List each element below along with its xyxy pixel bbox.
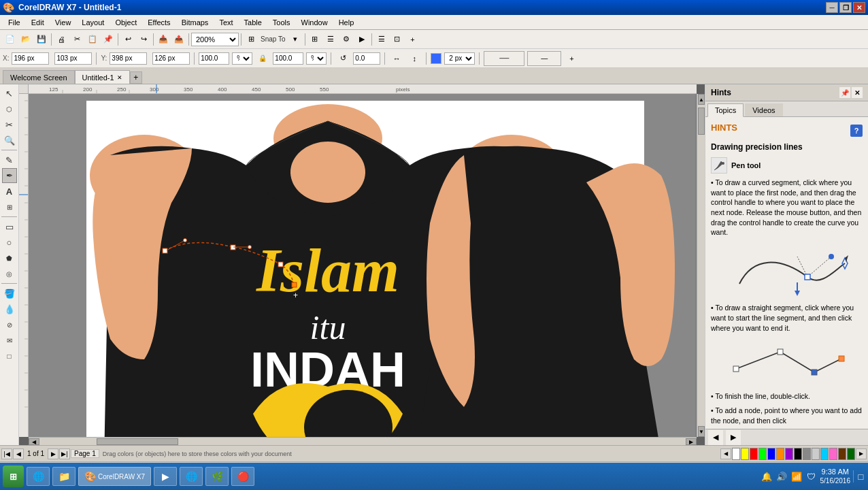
freehand-tool-btn[interactable]: ✎: [2, 152, 17, 167]
mirror-h-btn[interactable]: ↔: [389, 51, 404, 66]
canvas-content[interactable]: Islam itu INDAH: [29, 94, 697, 437]
swatch-pink[interactable]: [829, 448, 837, 460]
horizontal-scrollbar[interactable]: ◀ ▶: [29, 437, 697, 445]
menu-window[interactable]: Window: [296, 17, 333, 28]
system-clock[interactable]: 9:38 AM 5/16/2016: [820, 468, 851, 485]
menu-edit[interactable]: Edit: [26, 17, 50, 28]
mirror-v-btn[interactable]: ↕: [407, 51, 422, 66]
hints-info-btn[interactable]: ?: [850, 125, 863, 137]
spiral-tool-btn[interactable]: ◎: [2, 266, 17, 281]
swatch-green[interactable]: [758, 448, 767, 460]
tb-save[interactable]: 💾: [34, 32, 49, 47]
plus-btn[interactable]: +: [564, 51, 579, 66]
page-prev-btn[interactable]: ◀: [13, 448, 24, 459]
zoom-select[interactable]: 200% 100% 50%: [191, 33, 239, 46]
menu-view[interactable]: View: [50, 17, 77, 28]
swatch-orange[interactable]: [776, 448, 784, 460]
w-input[interactable]: [54, 52, 92, 65]
tb-import[interactable]: 📥: [156, 32, 171, 47]
swatch-yellow[interactable]: [741, 448, 749, 460]
tb-paste[interactable]: 📌: [101, 32, 116, 47]
text-tool-btn[interactable]: A: [2, 184, 17, 199]
minimize-button[interactable]: ─: [826, 2, 838, 13]
swatch-blue[interactable]: [767, 448, 775, 460]
tab-close-btn[interactable]: ✕: [117, 74, 122, 81]
shadow-tool-btn[interactable]: □: [2, 348, 17, 363]
swatch-lightgray[interactable]: [812, 448, 820, 460]
tab-videos[interactable]: Videos: [745, 103, 782, 116]
menu-file[interactable]: File: [3, 17, 26, 28]
taskbar-media[interactable]: ▶: [154, 467, 177, 486]
tb-misc4[interactable]: ▶: [354, 32, 369, 47]
table-tool-btn[interactable]: ⊞: [2, 199, 17, 214]
page-next-btn[interactable]: ▶: [48, 448, 59, 459]
menu-object[interactable]: Object: [110, 17, 142, 28]
arrow-select-btn[interactable]: —: [527, 51, 561, 66]
rotate-btn[interactable]: ↺: [335, 51, 350, 66]
vertical-scrollbar[interactable]: ▲ ▼: [697, 94, 705, 437]
tb-misc7[interactable]: +: [405, 32, 420, 47]
zoom-tool-btn[interactable]: 🔍: [2, 133, 17, 148]
vscroll-thumb[interactable]: [698, 108, 705, 135]
y-input[interactable]: [110, 52, 147, 65]
tb-undo[interactable]: ↩: [120, 32, 135, 47]
hscroll-right[interactable]: ▶: [686, 438, 697, 445]
show-desktop-btn[interactable]: □: [853, 470, 865, 483]
tb-print[interactable]: 🖨: [54, 32, 69, 47]
pen-tool-btn[interactable]: ✒: [2, 168, 17, 183]
tb-misc5[interactable]: ☰: [374, 32, 389, 47]
hints-pin-btn[interactable]: 📌: [839, 87, 850, 98]
palette-right-btn[interactable]: ▶: [856, 448, 867, 459]
start-button[interactable]: ⊞: [3, 466, 24, 487]
hints-back-btn[interactable]: ◀: [708, 430, 723, 445]
menu-table[interactable]: Table: [239, 17, 267, 28]
page-last-btn[interactable]: ▶|: [59, 448, 70, 459]
close-button[interactable]: ✕: [853, 2, 865, 13]
dash-select-btn[interactable]: ──: [484, 51, 524, 66]
pick-tool-btn[interactable]: ↖: [2, 86, 17, 101]
tab-topics[interactable]: Topics: [707, 103, 744, 117]
x-input[interactable]: [12, 52, 49, 65]
swatch-white[interactable]: [732, 448, 740, 460]
swatch-brown[interactable]: [838, 448, 846, 460]
taskbar-chrome[interactable]: 🌐: [180, 467, 203, 486]
swatch-darkgreen[interactable]: [847, 448, 855, 460]
scale-y-input[interactable]: [273, 52, 303, 65]
swatch-red[interactable]: [750, 448, 758, 460]
swatch-black[interactable]: [794, 448, 802, 460]
hscroll-thumb[interactable]: [97, 438, 178, 445]
taskbar-coreldraw[interactable]: 🎨 CorelDRAW X7: [78, 467, 151, 486]
menu-bitmaps[interactable]: Bitmaps: [176, 17, 214, 28]
tab-untitled[interactable]: Untitled-1 ✕: [75, 70, 130, 84]
ellipse-tool-btn[interactable]: ○: [2, 235, 17, 250]
taskbar-app2[interactable]: 🔴: [231, 467, 254, 486]
fill-tool-btn[interactable]: 🪣: [2, 286, 17, 301]
unit-select2[interactable]: %: [306, 52, 327, 65]
tb-misc6[interactable]: ⊡: [390, 32, 405, 47]
rect-tool-btn[interactable]: ▭: [2, 219, 17, 234]
tb-misc2[interactable]: ☰: [323, 32, 338, 47]
envelope-tool-btn[interactable]: ✉: [2, 333, 17, 348]
swatch-gray[interactable]: [803, 448, 811, 460]
tb-new[interactable]: 📄: [3, 32, 18, 47]
taskbar-app1[interactable]: 🌿: [205, 467, 229, 486]
taskbar-ie[interactable]: 🌐: [27, 467, 50, 486]
lock-ratio-btn[interactable]: 🔒: [255, 51, 270, 66]
palette-left-btn[interactable]: ◀: [720, 448, 731, 459]
menu-help[interactable]: Help: [333, 17, 360, 28]
tab-add-btn[interactable]: +: [130, 71, 142, 84]
unit-select[interactable]: %: [232, 52, 252, 65]
eyedropper-btn[interactable]: 💧: [2, 301, 17, 316]
polygon-tool-btn[interactable]: ⬟: [2, 250, 17, 265]
tb-misc3[interactable]: ⚙: [339, 32, 354, 47]
tb-copy[interactable]: 📋: [85, 32, 100, 47]
vscroll-down[interactable]: ▼: [698, 426, 705, 437]
page-first-btn[interactable]: |◀: [1, 448, 12, 459]
outline-color-btn[interactable]: [431, 53, 441, 64]
tb-misc1[interactable]: ⊞: [307, 32, 322, 47]
menu-effects[interactable]: Effects: [142, 17, 176, 28]
swatch-cyan[interactable]: [820, 448, 829, 460]
angle-input[interactable]: [353, 52, 380, 65]
menu-tools[interactable]: Tools: [267, 17, 296, 28]
scale-x-input[interactable]: [199, 52, 229, 65]
